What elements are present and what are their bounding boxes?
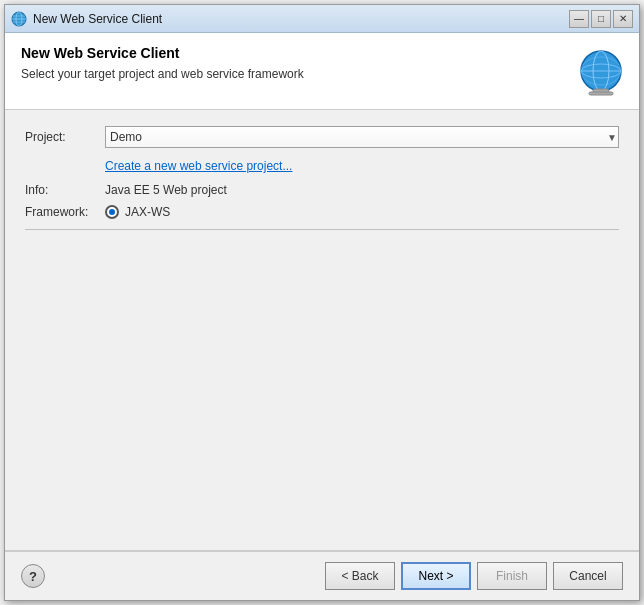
minimize-button[interactable]: — [569, 10, 589, 28]
project-dropdown-wrapper: Demo ▼ [105, 126, 619, 148]
create-project-link[interactable]: Create a new web service project... [105, 159, 292, 173]
framework-row: Framework: JAX-WS [25, 205, 619, 219]
framework-label: Framework: [25, 205, 105, 219]
footer-left: ? [21, 564, 45, 588]
jax-ws-label: JAX-WS [125, 205, 170, 219]
back-button[interactable]: < Back [325, 562, 395, 590]
project-label: Project: [25, 130, 105, 144]
create-link-row: Create a new web service project... [105, 158, 619, 173]
header-subtitle: Select your target project and web servi… [21, 67, 571, 81]
next-button[interactable]: Next > [401, 562, 471, 590]
close-button[interactable]: ✕ [613, 10, 633, 28]
title-bar-controls: — □ ✕ [569, 10, 633, 28]
info-row: Info: Java EE 5 Web project [25, 183, 619, 197]
svg-rect-11 [589, 92, 613, 95]
title-bar-text: New Web Service Client [33, 12, 569, 26]
finish-button[interactable]: Finish [477, 562, 547, 590]
form-section: Project: Demo ▼ Create a new web service… [5, 110, 639, 551]
footer-section: ? < Back Next > Finish Cancel [5, 551, 639, 600]
maximize-button[interactable]: □ [591, 10, 611, 28]
jax-ws-radio[interactable] [105, 205, 119, 219]
cancel-button[interactable]: Cancel [553, 562, 623, 590]
separator [25, 229, 619, 230]
project-dropdown[interactable]: Demo [105, 126, 619, 148]
title-bar: New Web Service Client — □ ✕ [5, 5, 639, 33]
help-button[interactable]: ? [21, 564, 45, 588]
framework-radio-group: JAX-WS [105, 205, 170, 219]
dialog-window: New Web Service Client — □ ✕ New Web Ser… [4, 4, 640, 601]
info-label: Info: [25, 183, 105, 197]
dialog-content: New Web Service Client Select your targe… [5, 33, 639, 600]
footer-buttons: < Back Next > Finish Cancel [325, 562, 623, 590]
project-row: Project: Demo ▼ [25, 126, 619, 148]
header-title: New Web Service Client [21, 45, 571, 61]
header-section: New Web Service Client Select your targe… [5, 33, 639, 110]
globe-icon [571, 45, 623, 97]
info-value: Java EE 5 Web project [105, 183, 227, 197]
header-text: New Web Service Client Select your targe… [21, 45, 571, 81]
window-icon [11, 11, 27, 27]
